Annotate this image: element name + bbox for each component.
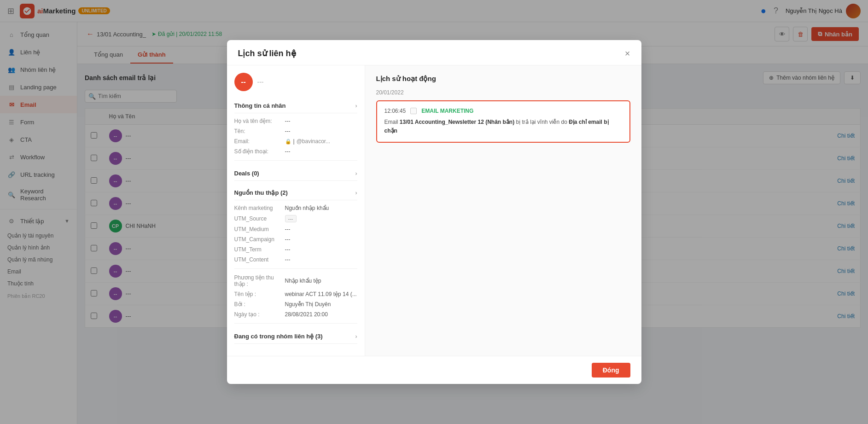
modal-close-button[interactable]: × xyxy=(625,49,630,58)
activity-description: Email 13/01 Accounting_Newsletter 12 (Nh… xyxy=(384,118,622,135)
activity-card-header: 12:06:45 EMAIL MARKETING xyxy=(384,108,622,114)
field-value: --- xyxy=(285,128,357,134)
field-row-ngay-tao: Ngày tạo : 28/08/2021 20:00 xyxy=(234,311,357,318)
field-label: Tên tệp : xyxy=(234,291,285,297)
field-label: UTM_Medium xyxy=(234,226,285,232)
field-row-utm-campaign: UTM_Campaign --- xyxy=(234,236,357,243)
deals-section-header[interactable]: Deals (0) › xyxy=(234,166,357,181)
chevron-right-icon: › xyxy=(355,103,357,109)
field-row-ten: Tên: --- xyxy=(234,128,357,134)
field-row-ho-ten: Họ và tên đệm: --- xyxy=(234,118,357,124)
field-value: --- xyxy=(285,256,357,263)
utm-badge: --- xyxy=(285,215,297,222)
email-lock-icon: 🔒 xyxy=(285,139,291,145)
field-value: --- xyxy=(285,236,357,243)
field-value: --- xyxy=(285,148,357,155)
email-domain: @bavinacor... xyxy=(297,138,331,145)
modal-right-panel: Lịch sử hoạt động 20/01/2022 12:06:45 EM… xyxy=(365,65,641,356)
activity-time: 12:06:45 xyxy=(384,108,406,114)
field-label: Bởi : xyxy=(234,301,285,308)
contact-name: --- xyxy=(257,78,264,86)
field-row-utm-source: UTM_Source --- xyxy=(234,215,357,222)
sources-title: Nguồn thu thập (2) xyxy=(234,189,288,196)
field-value: --- xyxy=(285,118,357,124)
chevron-right-icon: › xyxy=(355,170,357,177)
field-row-utm-medium: UTM_Medium --- xyxy=(234,226,357,232)
field-value: webinar ACT 11.09 tệp 14 (... xyxy=(285,291,357,297)
modal: Lịch sử liên hệ × -- --- Thông tin cá nh… xyxy=(227,40,641,384)
field-label: Tên: xyxy=(234,128,285,134)
field-label: Phương tiện thu thập : xyxy=(234,274,285,287)
field-label: UTM_Content xyxy=(234,256,285,263)
activity-title: Lịch sử hoạt động xyxy=(376,75,630,83)
field-label: Email: xyxy=(234,138,285,145)
field-value: Nhập khẩu tệp xyxy=(285,278,357,284)
field-row-phuong-tien: Phương tiện thu thập : Nhập khẩu tệp xyxy=(234,274,357,287)
activity-type: EMAIL MARKETING xyxy=(421,108,473,114)
field-row-phone: Số điện thoại: --- xyxy=(234,148,357,155)
modal-overlay[interactable]: Lịch sử liên hệ × -- --- Thông tin cá nh… xyxy=(0,0,868,424)
groups-title: Đang có trong nhóm liên hệ (3) xyxy=(234,333,323,340)
modal-left-panel: -- --- Thông tin cá nhân › Họ và tên đệm… xyxy=(227,65,365,356)
modal-footer: Đóng xyxy=(227,356,641,384)
sources-section-header[interactable]: Nguồn thu thập (2) › xyxy=(234,186,357,200)
field-value: Nguyễn Thị Duyên xyxy=(285,301,357,308)
field-label: Họ và tên đệm: xyxy=(234,118,285,124)
groups-section-header[interactable]: Đang có trong nhóm liên hệ (3) › xyxy=(234,329,357,344)
activity-date: 20/01/2022 xyxy=(376,89,630,96)
field-row-boi: Bởi : Nguyễn Thị Duyên xyxy=(234,301,357,308)
field-label: Kênh marketing xyxy=(234,205,285,211)
field-row-utm-content: UTM_Content --- xyxy=(234,256,357,263)
field-value: Nguồn nhập khẩu xyxy=(285,205,357,211)
field-label: UTM_Term xyxy=(234,246,285,253)
close-modal-button[interactable]: Đóng xyxy=(592,363,630,378)
field-value: --- xyxy=(285,226,357,232)
modal-header: Lịch sử liên hệ × xyxy=(227,40,641,65)
personal-info-section-header[interactable]: Thông tin cá nhân › xyxy=(234,99,357,113)
activity-checkbox xyxy=(410,108,417,114)
field-value-email: 🔒 | @bavinacor... xyxy=(285,138,357,145)
modal-title: Lịch sử liên hệ xyxy=(238,48,296,58)
chevron-right-icon: › xyxy=(355,333,357,340)
field-label: UTM_Source xyxy=(234,215,285,222)
field-row-kenh: Kênh marketing Nguồn nhập khẩu xyxy=(234,205,357,211)
divider xyxy=(234,268,357,269)
chevron-right-icon: › xyxy=(355,190,357,196)
field-label: UTM_Campaign xyxy=(234,236,285,243)
field-row-utm-term: UTM_Term --- xyxy=(234,246,357,253)
divider xyxy=(234,323,357,324)
divider xyxy=(234,160,357,161)
deals-title: Deals (0) xyxy=(234,170,259,177)
field-value: 28/08/2021 20:00 xyxy=(285,311,357,318)
contact-avatar-row: -- --- xyxy=(234,73,357,91)
field-value: --- xyxy=(285,246,357,253)
personal-info-title: Thông tin cá nhân xyxy=(234,102,286,109)
modal-body: -- --- Thông tin cá nhân › Họ và tên đệm… xyxy=(227,65,641,356)
contact-avatar: -- xyxy=(234,73,253,91)
activity-card: 12:06:45 EMAIL MARKETING Email 13/01 Acc… xyxy=(376,100,630,143)
field-row-email: Email: 🔒 | @bavinacor... xyxy=(234,138,357,145)
field-label: Ngày tạo : xyxy=(234,311,285,318)
field-label: Số điện thoại: xyxy=(234,148,285,155)
field-row-ten-tep: Tên tệp : webinar ACT 11.09 tệp 14 (... xyxy=(234,291,357,297)
